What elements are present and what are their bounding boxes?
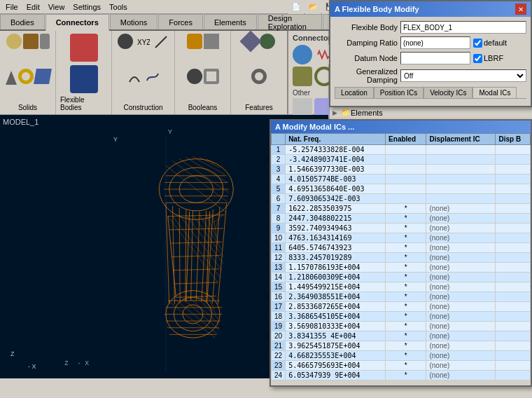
fb-tab-modal-ics[interactable]: Modal ICs bbox=[472, 87, 517, 98]
table-row-dispb[interactable] bbox=[496, 282, 531, 292]
bool-union-icon[interactable] bbox=[187, 34, 202, 49]
table-row-enabled[interactable]: * bbox=[386, 273, 426, 282]
table-row-enabled[interactable]: * bbox=[386, 292, 426, 302]
solid-extrude-icon[interactable] bbox=[34, 69, 52, 84]
default-checkbox[interactable] bbox=[473, 39, 482, 48]
table-row[interactable]: 1-5.2574333828E-004 bbox=[272, 145, 531, 155]
table-row[interactable]: 67.6093065342E-003 bbox=[272, 194, 531, 204]
table-row-dispb[interactable] bbox=[496, 322, 531, 331]
construction-marker-icon[interactable]: XYZ bbox=[134, 34, 151, 50]
table-row-enabled[interactable] bbox=[386, 165, 426, 174]
table-row-dispb[interactable] bbox=[496, 253, 531, 263]
table-row-enabled[interactable]: * bbox=[386, 243, 426, 253]
table-row-dispb[interactable] bbox=[496, 243, 531, 253]
menu-tools[interactable]: Tools bbox=[105, 1, 132, 13]
table-row[interactable]: 246.05347939 9E+004*(none) bbox=[272, 371, 531, 380]
table-row-enabled[interactable]: * bbox=[386, 322, 426, 331]
conn-bushing-icon[interactable] bbox=[293, 67, 312, 86]
table-row-enabled[interactable]: * bbox=[386, 351, 426, 361]
table-row-enabled[interactable]: * bbox=[386, 253, 426, 263]
table-row-enabled[interactable]: * bbox=[386, 302, 426, 312]
modal-titlebar[interactable]: A Modify Modal ICs ... bbox=[271, 121, 531, 133]
table-row-disp[interactable]: (none) bbox=[426, 292, 496, 302]
table-row-dispb[interactable] bbox=[496, 361, 531, 371]
flex-body-icon[interactable] bbox=[70, 34, 98, 62]
flexible-body-input[interactable]: FLEX_BODY_1 bbox=[400, 21, 526, 34]
table-row-enabled[interactable] bbox=[386, 155, 426, 165]
table-row-enabled[interactable] bbox=[386, 194, 426, 204]
solid-sphere-icon[interactable] bbox=[6, 34, 22, 49]
fb-dialog-close[interactable]: ✕ bbox=[515, 4, 526, 15]
table-row-disp[interactable]: (none) bbox=[426, 263, 496, 273]
table-row-dispb[interactable] bbox=[496, 351, 531, 361]
solid-box-icon[interactable] bbox=[23, 34, 38, 49]
tab-bodies[interactable]: Bodies bbox=[0, 14, 45, 29]
modal-table-scroll[interactable]: Nat. Freq. Enabled Displacment IC Disp B… bbox=[271, 133, 531, 385]
solid-cylinder-icon[interactable] bbox=[40, 34, 50, 49]
menu-view[interactable]: View bbox=[44, 1, 69, 13]
tab-design-exploration[interactable]: Design Exploration bbox=[258, 14, 322, 29]
table-row-enabled[interactable] bbox=[386, 174, 426, 184]
table-row-enabled[interactable]: * bbox=[386, 282, 426, 292]
table-row-dispb[interactable] bbox=[496, 371, 531, 380]
table-row[interactable]: 141.2180600309E+004*(none) bbox=[272, 273, 531, 282]
tab-forces[interactable]: Forces bbox=[158, 14, 203, 29]
fb-tab-position-ics[interactable]: Position ICs bbox=[374, 87, 424, 98]
table-row-enabled[interactable]: * bbox=[386, 233, 426, 243]
table-row[interactable]: 104763.1634314169*(none) bbox=[272, 233, 531, 243]
fb-tab-velocity-ics[interactable]: Velocity ICs bbox=[424, 87, 472, 98]
table-row-disp[interactable]: (none) bbox=[426, 312, 496, 322]
table-row-disp[interactable] bbox=[426, 174, 496, 184]
menu-edit[interactable]: Edit bbox=[22, 1, 44, 13]
construction-point-icon[interactable] bbox=[118, 34, 133, 49]
solid-cone-icon[interactable] bbox=[6, 70, 17, 85]
table-row[interactable]: 71622.2853503975*(none) bbox=[272, 204, 531, 214]
bool-subtract-icon[interactable] bbox=[204, 34, 219, 49]
table-row-enabled[interactable]: * bbox=[386, 361, 426, 371]
table-row-enabled[interactable]: * bbox=[386, 312, 426, 322]
table-row[interactable]: 44.01505774BE-003 bbox=[272, 174, 531, 184]
table-row-dispb[interactable] bbox=[496, 312, 531, 322]
table-row-enabled[interactable] bbox=[386, 184, 426, 194]
table-row-disp[interactable]: (none) bbox=[426, 371, 496, 380]
gen-damping-select[interactable]: Off On bbox=[400, 69, 526, 82]
table-row-disp[interactable]: (none) bbox=[426, 273, 496, 282]
table-row-disp[interactable]: (none) bbox=[426, 214, 496, 224]
table-row-dispb[interactable] bbox=[496, 273, 531, 282]
table-row-enabled[interactable]: * bbox=[386, 204, 426, 214]
construction-arc-icon[interactable] bbox=[126, 69, 143, 85]
fb-tab-location[interactable]: Location bbox=[335, 87, 374, 98]
table-row-dispb[interactable] bbox=[496, 302, 531, 312]
construction-line-icon[interactable] bbox=[153, 34, 169, 50]
bool-shell-icon[interactable] bbox=[204, 69, 219, 84]
datum-node-input[interactable] bbox=[400, 52, 470, 64]
table-row-dispb[interactable] bbox=[496, 224, 531, 233]
solid-torus-icon[interactable] bbox=[18, 69, 34, 84]
table-row-dispb[interactable] bbox=[496, 145, 531, 155]
table-row-disp[interactable] bbox=[426, 184, 496, 194]
flex-body2-icon[interactable] bbox=[70, 65, 98, 93]
menu-settings[interactable]: Settings bbox=[69, 1, 105, 13]
table-row[interactable]: 54.69513658640E-003 bbox=[272, 184, 531, 194]
table-row-disp[interactable]: (none) bbox=[426, 361, 496, 371]
fb-dialog-titlebar[interactable]: A Flexible Body Modify ✕ bbox=[330, 1, 531, 17]
open-icon[interactable]: 📂 bbox=[305, 0, 321, 15]
lbrf-checkbox[interactable] bbox=[473, 54, 482, 63]
table-row[interactable]: 235.4665795693E+004*(none) bbox=[272, 361, 531, 371]
table-row-disp[interactable]: (none) bbox=[426, 243, 496, 253]
table-row-dispb[interactable] bbox=[496, 174, 531, 184]
table-row-disp[interactable]: (none) bbox=[426, 282, 496, 292]
table-row-enabled[interactable]: * bbox=[386, 214, 426, 224]
conn-joint-icon[interactable] bbox=[293, 45, 312, 64]
tab-motions[interactable]: Motions bbox=[110, 14, 158, 29]
table-row[interactable]: 93592.7409349463*(none) bbox=[272, 224, 531, 233]
tab-elements[interactable]: Elements bbox=[204, 14, 257, 29]
table-row[interactable]: 131.1570786193E+004*(none) bbox=[272, 263, 531, 273]
table-row-disp[interactable]: (none) bbox=[426, 204, 496, 214]
table-row-enabled[interactable]: * bbox=[386, 224, 426, 233]
table-row-enabled[interactable] bbox=[386, 145, 426, 155]
table-row[interactable]: 82447.3048802215*(none) bbox=[272, 214, 531, 224]
table-row[interactable]: 162.3649038551E+004*(none) bbox=[272, 292, 531, 302]
table-row-dispb[interactable] bbox=[496, 292, 531, 302]
table-row[interactable]: 2-3.4248903741E-004 bbox=[272, 155, 531, 165]
